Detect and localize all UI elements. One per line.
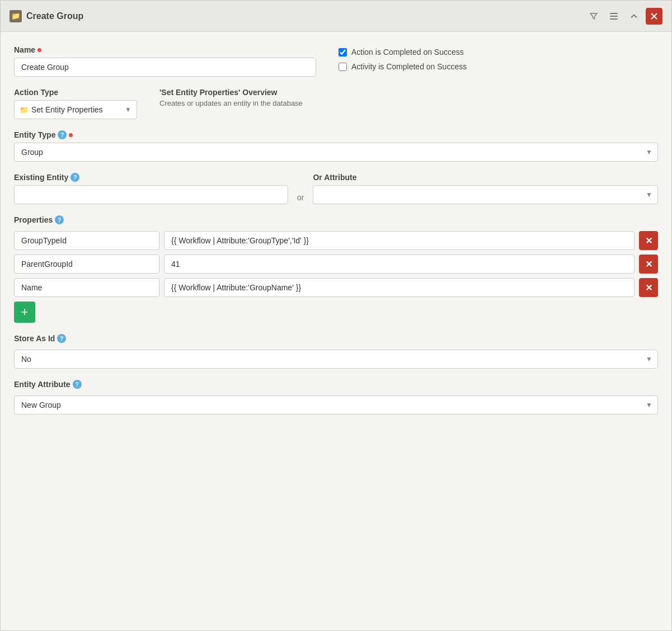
- action-type-group: Action Type 📁 Set Entity Properties ▼: [14, 88, 137, 119]
- property-key-2[interactable]: [14, 255, 159, 274]
- entity-attribute-select[interactable]: New Group: [14, 395, 658, 415]
- activity-completed-label: Activity is Completed on Success: [351, 62, 467, 71]
- property-value-2-wrapper: [164, 255, 635, 274]
- entity-attribute-wrapper: New Group ▼: [14, 395, 658, 415]
- existing-entity-row: Existing Entity ? or Or Attribute ▼: [14, 173, 658, 204]
- window-title: Create Group: [26, 11, 83, 21]
- svg-rect-2: [610, 18, 618, 20]
- action-type-row: Action Type 📁 Set Entity Properties ▼ 'S…: [14, 88, 658, 119]
- name-row: Name Action is Completed on Success Acti…: [14, 45, 658, 77]
- property-row-2: ✕: [14, 255, 658, 274]
- or-attribute-group: Or Attribute ▼: [313, 173, 658, 204]
- existing-entity-help-icon[interactable]: ?: [71, 173, 79, 182]
- remove-property-3-button[interactable]: ✕: [639, 278, 658, 297]
- action-type-wrapper: 📁 Set Entity Properties ▼: [14, 100, 137, 119]
- property-row-1: ✕: [14, 231, 658, 250]
- or-attribute-select[interactable]: [313, 185, 658, 204]
- entity-type-help-icon[interactable]: ?: [58, 130, 67, 139]
- property-value-1[interactable]: [164, 231, 635, 250]
- store-as-id-group: Store As Id ? No Yes ▼: [14, 334, 658, 369]
- add-property-button[interactable]: +: [14, 302, 35, 323]
- existing-entity-group: Existing Entity ?: [14, 173, 288, 204]
- or-label: or: [297, 173, 304, 202]
- overview-section: 'Set Entity Properties' Overview Creates…: [159, 88, 303, 107]
- property-value-1-wrapper: [164, 231, 635, 250]
- existing-entity-section: Existing Entity ? or Or Attribute ▼: [14, 173, 658, 204]
- store-as-id-wrapper: No Yes ▼: [14, 350, 658, 369]
- form-content: Name Action is Completed on Success Acti…: [1, 32, 671, 630]
- activity-completed-checkbox[interactable]: [339, 63, 347, 71]
- svg-rect-0: [610, 13, 618, 14]
- menu-button[interactable]: [605, 8, 622, 25]
- collapse-button[interactable]: [626, 8, 642, 25]
- properties-label: Properties ?: [14, 215, 658, 224]
- store-as-id-select[interactable]: No Yes: [14, 350, 658, 369]
- checkboxes-section: Action is Completed on Success Activity …: [339, 45, 467, 71]
- entity-type-select[interactable]: Group: [14, 143, 658, 162]
- property-row-3: ✕: [14, 278, 658, 297]
- action-completed-checkbox[interactable]: [339, 48, 347, 56]
- titlebar-actions: [585, 8, 662, 25]
- store-as-id-help-icon[interactable]: ?: [57, 334, 66, 343]
- overview-title: 'Set Entity Properties' Overview: [159, 88, 303, 97]
- property-key-1-wrapper: [14, 231, 159, 250]
- property-value-2[interactable]: [164, 255, 635, 274]
- name-input[interactable]: [14, 58, 316, 77]
- property-key-3-wrapper: [14, 278, 159, 297]
- property-key-3[interactable]: [14, 278, 159, 297]
- existing-entity-label: Existing Entity ?: [14, 173, 288, 182]
- action-completed-label: Action is Completed on Success: [351, 48, 464, 56]
- action-completed-row: Action is Completed on Success: [339, 48, 467, 56]
- titlebar: 📁 Create Group: [1, 1, 671, 32]
- store-as-id-label: Store As Id ?: [14, 334, 658, 343]
- action-type-select[interactable]: Set Entity Properties: [14, 100, 137, 119]
- window-icon: 📁: [10, 10, 22, 22]
- entity-attribute-help-icon[interactable]: ?: [73, 380, 82, 389]
- overview-desc: Creates or updates an entity in the data…: [159, 99, 303, 107]
- property-value-3-wrapper: [164, 278, 635, 297]
- properties-section: Properties ? ✕ ✕: [14, 215, 658, 323]
- close-button[interactable]: [646, 8, 662, 25]
- entity-type-group: Entity Type ? Group ▼: [14, 130, 658, 162]
- remove-property-2-button[interactable]: ✕: [639, 255, 658, 274]
- action-type-label: Action Type: [14, 88, 137, 97]
- entity-type-label: Entity Type ?: [14, 130, 658, 139]
- or-attribute-label: Or Attribute: [313, 173, 658, 182]
- svg-rect-1: [610, 16, 618, 17]
- activity-completed-row: Activity is Completed on Success: [339, 62, 467, 71]
- filter-button[interactable]: [585, 8, 602, 25]
- main-window: 📁 Create Group Name: [0, 0, 672, 631]
- existing-entity-input[interactable]: [14, 185, 288, 204]
- properties-help-icon[interactable]: ?: [55, 215, 64, 224]
- or-attribute-wrapper: ▼: [313, 185, 658, 204]
- entity-type-required: [69, 133, 73, 137]
- name-group: Name: [14, 45, 316, 77]
- property-value-3[interactable]: [164, 278, 635, 297]
- titlebar-left: 📁 Create Group: [10, 10, 83, 22]
- entity-attribute-group: Entity Attribute ? New Group ▼: [14, 380, 658, 415]
- entity-type-wrapper: Group ▼: [14, 143, 658, 162]
- name-required: [37, 48, 41, 52]
- remove-property-1-button[interactable]: ✕: [639, 231, 658, 250]
- entity-attribute-label: Entity Attribute ?: [14, 380, 658, 389]
- property-key-2-wrapper: [14, 255, 159, 274]
- name-label: Name: [14, 45, 316, 54]
- property-key-1[interactable]: [14, 231, 159, 250]
